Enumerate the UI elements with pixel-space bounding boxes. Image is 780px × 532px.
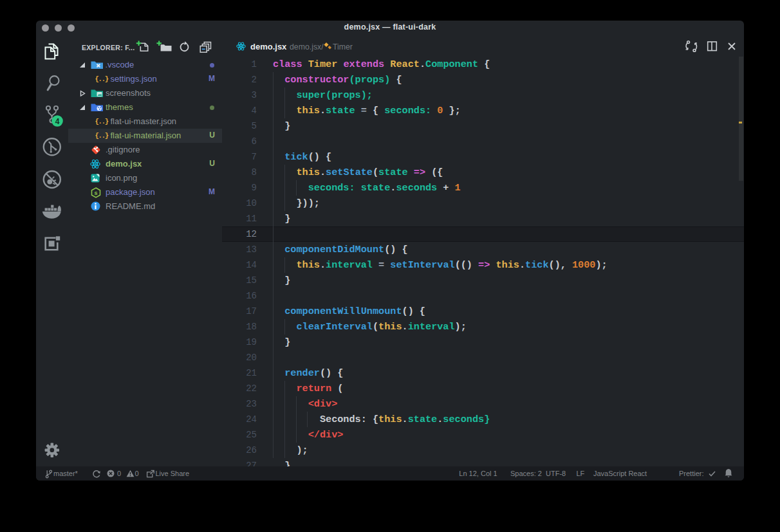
svg-text:4: 4 [55,117,60,126]
svg-text:s: s [94,190,97,196]
